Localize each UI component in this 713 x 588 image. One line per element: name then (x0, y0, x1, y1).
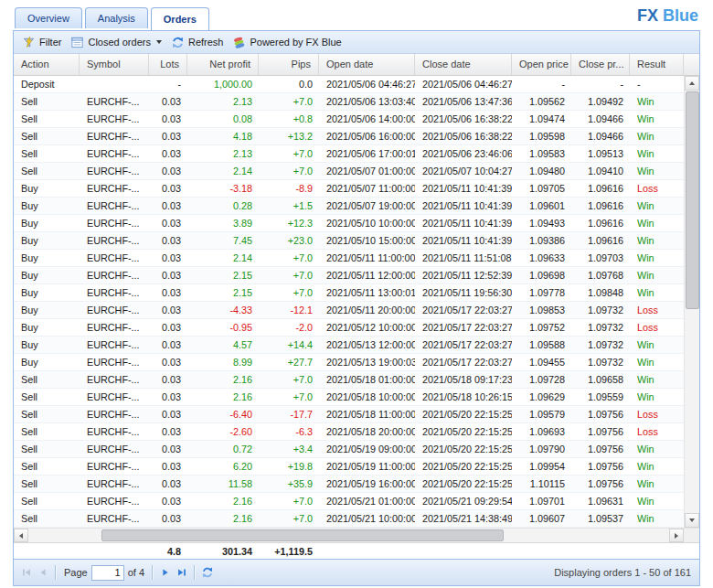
table-row[interactable]: BuyEURCHF-...0.032.15+7.02021/05/11 12:0… (14, 267, 684, 284)
table-row[interactable]: SellEURCHF-...0.03-2.60-6.32021/05/18 20… (14, 423, 684, 441)
cell-open_price: 1.09588 (512, 337, 571, 353)
cell-open_price: 1.09728 (512, 371, 571, 388)
powered-by-label: Powered by FX Blue (250, 37, 341, 48)
table-row[interactable]: Deposit-1,000.000.02021/05/06 04:46:2720… (14, 76, 684, 93)
cell-open_date: 2021/05/06 14:00:00 (319, 111, 415, 127)
toolbar: Filter Closed orders (14, 31, 699, 54)
table-row[interactable]: BuyEURCHF-...0.037.45+23.02021/05/10 15:… (14, 232, 684, 250)
cell-open_date: 2021/05/11 13:00:01 (319, 284, 415, 301)
table-row[interactable]: BuyEURCHF-...0.032.15+7.02021/05/11 13:0… (14, 284, 684, 302)
scroll-left-button[interactable] (14, 529, 28, 542)
horizontal-scrollbar[interactable] (14, 528, 699, 542)
tab-orders[interactable]: Orders (151, 7, 209, 30)
table-row[interactable]: BuyEURCHF-...0.033.89+12.32021/05/10 10:… (14, 215, 684, 232)
tab-strip: Overview Analysis Orders FX Blue (13, 5, 700, 30)
column-header-close_date[interactable]: Close date (415, 54, 512, 75)
table-row[interactable]: SellEURCHF-...0.032.16+7.02021/05/21 01:… (14, 493, 684, 510)
vertical-scroll-thumb[interactable] (686, 91, 699, 309)
table-row[interactable]: SellEURCHF-...0.036.20+19.82021/05/19 11… (14, 458, 684, 476)
column-header-lots[interactable]: Lots (149, 54, 187, 75)
cell-action: Sell (14, 163, 80, 179)
vertical-scrollbar[interactable] (684, 76, 699, 528)
scroll-right-button[interactable] (669, 529, 684, 542)
cell-close_date: 2021/05/11 12:52:39 (415, 267, 512, 283)
cell-action: Sell (14, 111, 80, 127)
column-header-result[interactable]: Result (630, 54, 684, 75)
filter-button[interactable]: Filter (17, 34, 66, 51)
cell-action: Buy (14, 232, 80, 249)
cell-net_profit: 3.89 (187, 215, 259, 231)
page-number-input[interactable] (91, 565, 124, 581)
cell-lots: 0.03 (149, 337, 187, 353)
horizontal-scroll-track[interactable] (28, 529, 669, 542)
pager-refresh-button[interactable] (199, 564, 216, 581)
chevron-down-icon (156, 40, 162, 44)
column-header-symbol[interactable]: Symbol (80, 54, 149, 75)
scroll-up-button[interactable] (685, 76, 699, 91)
fxblue-logo: FX Blue (637, 6, 698, 26)
table-row[interactable]: SellEURCHF-...0.032.13+7.02021/05/06 17:… (14, 145, 684, 163)
previous-page-button[interactable] (35, 564, 51, 581)
cell-open_date: 2021/05/18 10:00:00 (319, 389, 415, 405)
tab-analysis[interactable]: Analysis (85, 7, 148, 28)
table-row[interactable]: SellEURCHF-...0.034.18+13.22021/05/06 16… (14, 128, 684, 145)
cell-pips: -12.1 (259, 302, 319, 318)
column-header-pips[interactable]: Pips (259, 54, 319, 75)
table-row[interactable]: SellEURCHF-...0.030.72+3.42021/05/19 09:… (14, 441, 684, 458)
grid-header: ActionSymbolLotsNet profitPipsOpen dateC… (14, 54, 699, 76)
fxblue-layers-icon (232, 36, 246, 49)
powered-by-button[interactable]: Powered by FX Blue (228, 34, 346, 51)
next-page-button[interactable] (157, 564, 174, 581)
table-row[interactable]: BuyEURCHF-...0.038.99+27.72021/05/13 19:… (14, 354, 684, 371)
cell-close_date: 2021/05/21 09:29:54 (415, 493, 512, 509)
cell-open_date: 2021/05/07 19:00:00 (319, 198, 415, 214)
cell-lots: 0.03 (149, 267, 187, 283)
cell-close_date: 2021/05/17 22:03:27 (415, 354, 512, 370)
cell-open_date: 2021/05/07 01:00:00 (319, 163, 415, 179)
column-header-close_price[interactable]: Close pr... (571, 54, 630, 75)
first-page-button[interactable] (18, 564, 35, 581)
table-row[interactable]: SellEURCHF-...0.032.16+7.02021/05/18 01:… (14, 371, 684, 389)
horizontal-scroll-thumb[interactable] (101, 529, 504, 541)
cell-symbol: EURCHF-... (80, 145, 149, 162)
cell-net_profit: 0.72 (187, 441, 259, 457)
cell-close_price: 1.09703 (571, 250, 630, 266)
cell-open_price: 1.09790 (512, 441, 571, 457)
table-row[interactable]: SellEURCHF-...0.03-6.40-17.72021/05/18 1… (14, 406, 684, 423)
cell-open_date: 2021/05/21 10:00:00 (319, 510, 415, 527)
table-row[interactable]: SellEURCHF-...0.032.13+7.02021/05/06 13:… (14, 93, 684, 111)
table-row[interactable]: SellEURCHF-...0.032.16+7.02021/05/18 10:… (14, 389, 684, 406)
cell-close_price: 1.09466 (571, 111, 630, 127)
table-row[interactable]: SellEURCHF-...0.032.14+7.02021/05/07 01:… (14, 163, 684, 180)
cell-open_price: 1.09701 (512, 493, 571, 509)
cell-symbol: EURCHF-... (80, 441, 149, 457)
scroll-down-button[interactable] (685, 513, 699, 528)
table-row[interactable]: SellEURCHF-...0.0311.58+35.92021/05/19 1… (14, 476, 684, 493)
column-header-open_price[interactable]: Open price (512, 54, 571, 75)
refresh-button[interactable]: Refresh (166, 34, 229, 51)
column-header-action[interactable]: Action (14, 54, 80, 75)
table-row[interactable]: BuyEURCHF-...0.03-0.95-2.02021/05/12 10:… (14, 319, 684, 337)
table-row[interactable]: BuyEURCHF-...0.032.14+7.02021/05/11 11:0… (14, 250, 684, 267)
table-row[interactable]: BuyEURCHF-...0.03-4.33-12.12021/05/11 20… (14, 302, 684, 319)
cell-lots: 0.03 (149, 145, 187, 162)
table-row[interactable]: SellEURCHF-...0.032.16+7.02021/05/21 10:… (14, 510, 684, 528)
last-page-button[interactable] (174, 564, 190, 581)
table-row[interactable]: BuyEURCHF-...0.034.57+14.42021/05/13 12:… (14, 337, 684, 354)
column-header-net_profit[interactable]: Net profit (187, 54, 259, 75)
cell-pips: -6.3 (259, 423, 319, 440)
cell-close_date: 2021/05/11 11:51:08 (415, 250, 512, 266)
table-row[interactable]: SellEURCHF-...0.030.08+0.82021/05/06 14:… (14, 111, 684, 128)
cell-open_price: 1.09705 (512, 180, 571, 197)
table-row[interactable]: BuyEURCHF-...0.03-3.18-8.92021/05/07 11:… (14, 180, 684, 198)
column-header-open_date[interactable]: Open date (319, 54, 415, 75)
table-row[interactable]: BuyEURCHF-...0.030.28+1.52021/05/07 19:0… (14, 198, 684, 215)
cell-result: Loss (630, 406, 684, 422)
cell-result: Win (630, 163, 684, 179)
cell-lots: 0.03 (149, 128, 187, 144)
tab-overview[interactable]: Overview (15, 7, 82, 28)
closed-orders-button[interactable]: Closed orders (66, 34, 165, 51)
cell-open_date: 2021/05/06 13:03:40 (319, 93, 415, 110)
cell-result: Loss (630, 423, 684, 440)
cell-result: Loss (630, 319, 684, 336)
